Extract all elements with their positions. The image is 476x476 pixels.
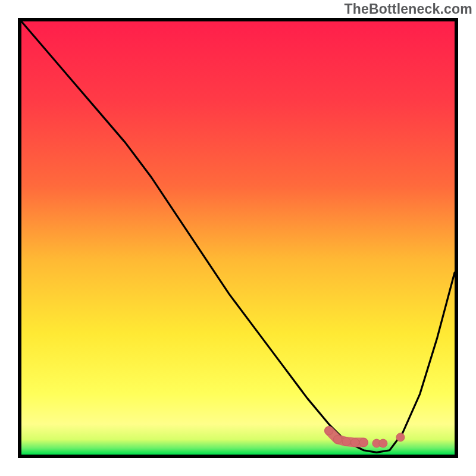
watermark-text: TheBottleneck.com [344, 1, 472, 17]
marker-cluster-a [333, 436, 342, 444]
marker-isolated-3 [396, 433, 405, 441]
marker-cluster-b [342, 437, 350, 446]
plot-background [21, 21, 455, 455]
marker-isolated-2 [379, 439, 387, 447]
marker-cluster-d [359, 439, 368, 447]
chart-svg [0, 0, 476, 476]
marker-cluster-c [351, 439, 359, 447]
marker-cluster-start [325, 427, 333, 435]
chart-container: TheBottleneck.com [0, 0, 476, 476]
